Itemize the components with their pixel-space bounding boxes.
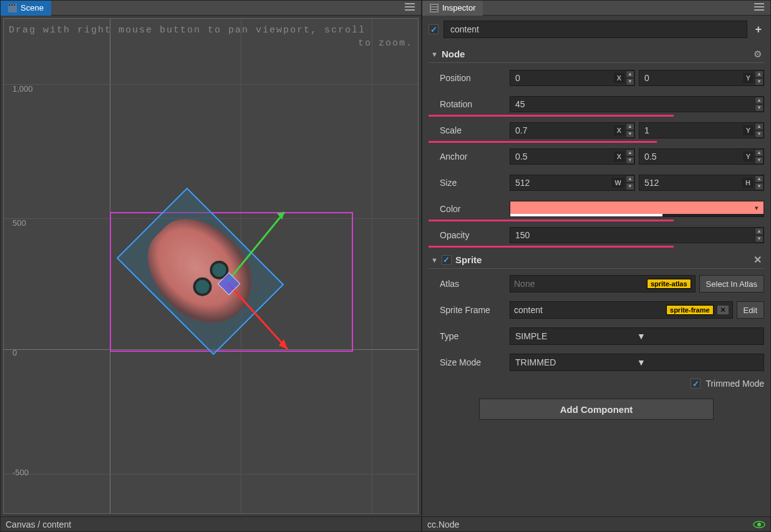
- node-name-input[interactable]: [444, 21, 747, 38]
- size-w-input[interactable]: W▲▼: [510, 175, 635, 191]
- scale-x-input[interactable]: X▲▼: [510, 122, 635, 138]
- x-axis-label: 500: [235, 511, 248, 514]
- gizmo-x-arrow[interactable]: [225, 281, 300, 362]
- sprite-section-header[interactable]: ▼ Sprite ✕: [429, 251, 764, 269]
- trimmed-mode-row: Trimmed Mode: [429, 379, 764, 389]
- remove-component-icon[interactable]: ✕: [754, 254, 762, 266]
- y-axis-label: 500: [12, 218, 26, 228]
- svg-rect-2: [11, 4, 12, 6]
- highlight-indicator: [429, 141, 657, 143]
- atlas-row: Atlas None sprite-atlas Select In Atlas: [429, 274, 764, 294]
- menu-icon: [405, 3, 415, 11]
- svg-rect-16: [754, 6, 764, 7]
- scene-viewport[interactable]: 1,000 500 0 -500 0 500 1,000 Drag with r…: [3, 18, 419, 514]
- sprite-section-title: Sprite: [455, 254, 482, 265]
- inspector-tab-bar: Inspector: [422, 1, 770, 16]
- inspector-status-bar: cc.Node: [422, 516, 770, 531]
- y-axis-label: -500: [12, 468, 29, 477]
- size-row: Size W▲▼ H▲▼: [429, 173, 764, 193]
- rotation-input[interactable]: ▲▼: [510, 96, 764, 112]
- svg-rect-6: [405, 9, 415, 11]
- sprite-enabled-checkbox[interactable]: [442, 255, 452, 265]
- scene-tab-bar: Scene: [1, 1, 421, 16]
- y-axis-label: 1,000: [12, 84, 33, 94]
- add-component-button[interactable]: Add Component: [479, 399, 714, 420]
- viewport-hint: Drag with right mouse button to pan view…: [9, 24, 413, 50]
- node-section-title: Node: [442, 49, 465, 59]
- svg-line-9: [228, 284, 288, 349]
- svg-rect-12: [431, 5, 437, 6]
- type-row: Type SIMPLE ▼: [429, 326, 764, 346]
- color-row: Color: [429, 199, 764, 219]
- position-x-input[interactable]: X▲▼: [510, 70, 635, 86]
- add-component-icon[interactable]: +: [752, 23, 764, 36]
- opacity-row: Opacity ▲▼: [429, 225, 764, 245]
- scale-row: Scale X▲▼ Y▲▼: [429, 120, 764, 140]
- svg-rect-17: [754, 9, 764, 11]
- chevron-down-icon: ▼: [637, 357, 759, 367]
- anchor-row: Anchor X▲▼ Y▲▼: [429, 147, 764, 167]
- svg-line-7: [228, 212, 284, 281]
- scene-menu-button[interactable]: [399, 3, 421, 12]
- svg-rect-1: [9, 4, 10, 6]
- y-axis-label: 0: [12, 348, 17, 357]
- x-axis-label: 0: [107, 511, 111, 514]
- type-select[interactable]: SIMPLE ▼: [510, 327, 764, 345]
- select-in-atlas-button[interactable]: Select In Atlas: [699, 275, 764, 293]
- atlas-field[interactable]: None sprite-atlas: [510, 275, 696, 293]
- position-y-input[interactable]: Y▲▼: [639, 70, 764, 86]
- scene-tab[interactable]: Scene: [1, 1, 51, 16]
- svg-rect-15: [754, 3, 764, 4]
- sprite-frame-field[interactable]: content sprite-frame ✕: [510, 301, 733, 319]
- inspector-tab-label: Inspector: [442, 3, 475, 12]
- highlight-indicator: [429, 246, 674, 248]
- x-axis-label: 1,000: [362, 511, 383, 514]
- highlight-indicator: [429, 220, 674, 221]
- scale-y-input[interactable]: Y▲▼: [639, 122, 764, 138]
- svg-rect-5: [405, 6, 415, 7]
- node-section-header[interactable]: ▼ Node ⚙: [429, 46, 764, 63]
- size-mode-row: Size Mode TRIMMED ▼: [429, 352, 764, 372]
- sprite-frame-row: Sprite Frame content sprite-frame ✕ Edit: [429, 300, 764, 320]
- svg-rect-13: [431, 7, 437, 9]
- opacity-input[interactable]: ▲▼: [510, 227, 764, 243]
- gizmo-y-arrow[interactable]: [222, 200, 297, 287]
- visibility-icon[interactable]: [753, 521, 765, 528]
- inspector-menu-button[interactable]: [748, 3, 770, 12]
- clear-sprite-frame-icon[interactable]: ✕: [717, 306, 729, 314]
- highlight-indicator: [429, 115, 674, 117]
- chevron-down-icon: ▼: [637, 331, 759, 341]
- size-h-input[interactable]: H▲▼: [639, 175, 764, 191]
- anchor-y-input[interactable]: Y▲▼: [639, 148, 764, 165]
- scene-icon: [8, 4, 17, 12]
- node-name-row: +: [429, 21, 764, 38]
- scene-panel: Scene 1,000 500 0 -500 0 500 1,000: [0, 0, 422, 532]
- svg-rect-14: [431, 10, 437, 11]
- rotation-row: Rotation ▲▼: [429, 94, 764, 114]
- color-picker[interactable]: [510, 201, 764, 217]
- svg-point-19: [757, 523, 761, 526]
- inspector-body: + ▼ Node ⚙ Position X▲▼ Y▲▼ Rotation ▲▼: [422, 16, 770, 516]
- edit-sprite-frame-button[interactable]: Edit: [737, 301, 764, 319]
- menu-icon: [754, 3, 764, 11]
- node-enabled-checkbox[interactable]: [429, 24, 439, 34]
- caret-down-icon: ▼: [431, 256, 438, 264]
- scene-tab-label: Scene: [21, 3, 44, 12]
- inspector-icon: [430, 4, 439, 12]
- breadcrumb[interactable]: Canvas / content: [6, 520, 71, 530]
- inspector-panel: Inspector + ▼ Node ⚙ Position: [422, 0, 771, 532]
- node-type-label: cc.Node: [427, 520, 459, 530]
- svg-rect-4: [405, 3, 415, 4]
- anchor-x-input[interactable]: X▲▼: [510, 148, 635, 165]
- size-mode-select[interactable]: TRIMMED ▼: [510, 354, 764, 371]
- scene-status-bar: Canvas / content: [1, 516, 421, 531]
- trimmed-mode-checkbox[interactable]: [691, 379, 701, 389]
- svg-rect-3: [14, 4, 15, 6]
- gear-icon[interactable]: ⚙: [754, 49, 762, 60]
- inspector-tab[interactable]: Inspector: [422, 1, 483, 16]
- caret-down-icon: ▼: [431, 51, 438, 58]
- position-row: Position X▲▼ Y▲▼: [429, 68, 764, 88]
